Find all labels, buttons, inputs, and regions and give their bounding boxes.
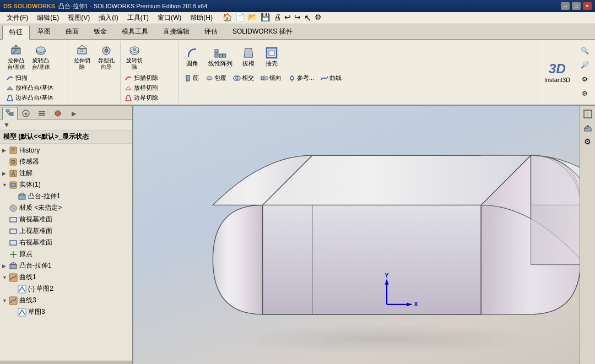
svg-rect-25 [267,48,277,58]
maximize-button[interactable]: □ [572,2,581,10]
panel-tab-custom[interactable]: ▶ [66,107,82,119]
tab-sw-addins[interactable]: SOLIDWORKS 插件 [225,24,300,39]
tab-sketch[interactable]: 草图 [30,24,58,39]
tree-item-sketch2[interactable]: (-) 草图2 [0,283,132,295]
options-button[interactable]: ⚙ [578,88,591,100]
tab-evaluate[interactable]: 评估 [197,24,225,39]
feature-tree-icon [6,109,14,118]
shell-icon [265,46,278,59]
tab-mold[interactable]: 模具工具 [115,24,155,39]
arrow-solid-bodies: ▼ [2,182,9,188]
tree-item-sensors[interactable]: 传感器 [0,156,132,167]
mirror-button[interactable]: 镜向 [258,73,284,83]
panel-tab-config[interactable] [34,107,50,119]
panel-tab-appearance[interactable] [50,107,66,119]
panel-tab-feature-tree[interactable] [2,107,18,120]
save-icon[interactable]: 💾 [259,13,271,23]
open-file-icon[interactable]: 📂 [247,13,258,23]
tree-item-boss-body[interactable]: 凸台-拉伸1 [0,191,132,202]
settings-icon[interactable]: ⚙ [313,13,323,23]
wrap-button[interactable]: 包覆 [203,73,229,83]
fillet-button[interactable]: 圆角 [182,42,203,72]
loft-cut-button[interactable]: 放样切割 [123,83,176,93]
shell-button[interactable]: 抽壳 [261,42,282,72]
print-icon[interactable]: 🖨 [272,13,282,23]
tree-item-history[interactable]: ▶ History [0,145,132,156]
svg-rect-69 [10,264,17,269]
model-title: 模型 (默认<<默认>_显示状态 [0,131,132,144]
new-file-icon[interactable]: 📄 [234,13,246,23]
boundary-boss-button[interactable]: 边界凸台/基体 [4,93,66,102]
draft-button[interactable]: 拔模 [238,42,259,72]
linear-pattern-button[interactable]: 线性阵列 [205,42,236,72]
sweep-cut-button[interactable]: 扫描切除 [123,73,176,83]
select-icon[interactable]: ↖ [303,13,312,23]
macro-button[interactable]: ⚙ [578,73,591,85]
menu-file[interactable]: 文件(F) [2,12,33,24]
extrude-cut-button[interactable]: 拉伸切除 [71,42,94,73]
svg-point-17 [133,48,136,51]
tree-item-boss-extrude1[interactable]: ▶ 凸台-拉伸1 [0,260,132,271]
svg-rect-42 [10,114,13,116]
menu-insert[interactable]: 插入(I) [94,12,122,24]
curves-button[interactable]: 曲线 [318,73,344,83]
tree-item-sketch3[interactable]: 草图3 [0,306,132,318]
tab-features[interactable]: 特征 [2,25,30,40]
tab-sheetmetal[interactable]: 钣金 [86,24,114,39]
tree-item-curve3[interactable]: ▼ 曲线3 [0,295,132,306]
boundary-cut-button[interactable]: 边界切除 [123,93,176,102]
rib-button[interactable]: 筋 [182,73,201,83]
menu-tools[interactable]: 工具(T) [123,12,153,24]
linear-pattern-icon [214,46,227,59]
view-settings-button[interactable]: ⚙ [582,135,594,148]
view-front-button[interactable] [582,108,594,120]
svg-rect-64 [10,218,17,222]
tree-item-front-plane[interactable]: 前视基准面 [0,214,132,225]
search-commands-button[interactable]: 🔍 [578,45,591,57]
svg-rect-20 [215,54,218,57]
view-3d-button[interactable] [582,122,594,134]
svg-rect-66 [10,241,17,245]
instant3d-button[interactable]: 3D Instant3D [539,42,575,102]
svg-rect-21 [219,54,223,57]
svg-marker-6 [7,86,13,90]
quick-access-icon[interactable]: 🏠 [221,13,233,23]
menu-view[interactable]: 视图(V) [63,12,94,24]
revolve-cut-button[interactable]: 旋转切除 [123,42,146,73]
tab-surface[interactable]: 曲面 [58,24,86,39]
revolve-boss-button[interactable]: 旋转凸台/基体 [29,42,53,73]
minimize-button[interactable]: ─ [561,2,570,10]
curve1-icon [9,273,18,282]
redo-icon[interactable]: ↪ [293,13,302,23]
boss-extrude-button[interactable]: 拉伸凸台/基体 [4,42,28,73]
tree-item-top-plane[interactable]: 上视基准面 [0,225,132,237]
tree-item-right-plane[interactable]: 右视基准面 [0,237,132,248]
tab-direct-edit[interactable]: 直接编辑 [156,24,197,39]
search-sw-button[interactable]: 🔎 [578,59,591,71]
tree-item-annotations[interactable]: ▶ A 注解 [0,167,132,179]
loft-boss-button[interactable]: 放样凸台/基体 [4,83,66,93]
view-front-icon [583,109,593,119]
tree-item-curve1[interactable]: ▼ 曲线1 [0,271,132,283]
tree-item-material[interactable]: 材质 <未指定> [0,202,132,214]
tree-item-origin[interactable]: 原点 [0,248,132,260]
menu-edit[interactable]: 编辑(E) [33,12,63,24]
filter-input[interactable] [12,122,129,128]
panel-tab-property[interactable]: ★ [18,107,34,119]
filter-row: ▼ [0,120,132,131]
reference-button[interactable]: 参考... [286,73,316,83]
close-button[interactable]: ✕ [583,2,592,10]
sweep-boss-button[interactable]: 扫描 [4,73,66,83]
svg-text:★: ★ [24,111,28,117]
undo-icon[interactable]: ↩ [283,13,292,23]
hole-wizard-button[interactable]: 异型孔向导 [95,42,118,73]
menu-window[interactable]: 窗口(W) [153,12,186,24]
viewport[interactable]: X Y [133,106,580,364]
intersect-button[interactable]: 相交 [231,73,256,83]
reference-icon [288,74,296,82]
menu-help[interactable]: 帮助(H) [186,12,217,24]
tree-item-solid-bodies[interactable]: ▼ 实体(1) [0,179,132,191]
arrow-curve1: ▼ [2,275,9,280]
svg-marker-19 [126,95,131,101]
svg-rect-47 [39,115,45,116]
